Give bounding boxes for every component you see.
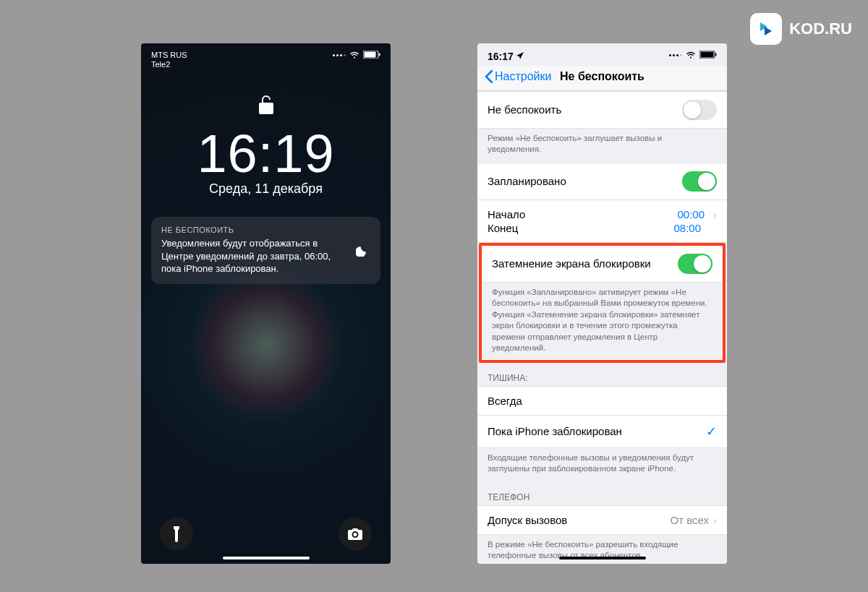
svg-rect-3 [365, 52, 376, 58]
cell-label: Не беспокоить [488, 103, 561, 116]
end-value: 08:00 [673, 222, 701, 234]
silence-note: Входящие телефонные вызовы и уведомления… [477, 448, 727, 482]
cell-silence-locked[interactable]: Пока iPhone заблокирован ✓ [477, 416, 727, 448]
phone-header: ТЕЛЕФОН [477, 482, 727, 505]
moon-icon [356, 242, 370, 259]
cell-label: Пока iPhone заблокирован [488, 425, 622, 437]
lock-date: Среда, 11 декабря [141, 181, 391, 197]
chevron-right-icon: › [713, 208, 717, 220]
carrier-secondary: Tele2 [151, 60, 187, 69]
checkmark-icon: ✓ [706, 424, 717, 439]
status-time: 16:17 [488, 51, 514, 63]
watermark: KOD.RU [750, 13, 852, 45]
cell-label: Всегда [488, 395, 522, 407]
back-button[interactable]: Настройки [485, 70, 551, 83]
silence-header: ТИШИНА: [477, 363, 727, 386]
nav-bar: Настройки Не беспокоить [477, 66, 727, 91]
status-bar: MTS RUS Tele2 [141, 43, 391, 72]
cell-schedule-times[interactable]: Начало 00:00 › Конец 08:00 [477, 200, 727, 243]
start-value: 00:00 [677, 208, 705, 220]
status-bar: 16:17 [477, 43, 727, 66]
cell-scheduled[interactable]: Запланировано [477, 163, 727, 200]
chevron-left-icon [485, 70, 493, 83]
cell-dim-lock[interactable]: Затемнение экрана блокировки [482, 246, 723, 283]
lock-time: 16:19 [141, 123, 391, 184]
cell-dnd[interactable]: Не беспокоить [477, 91, 727, 129]
notification-title: НЕ БЕСПОКОИТЬ [161, 226, 347, 234]
settings-list[interactable]: Не беспокоить Режим «Не беспокоить» загл… [477, 91, 727, 564]
svg-rect-6 [701, 52, 714, 58]
svg-rect-4 [379, 53, 380, 56]
cell-label: Запланировано [488, 175, 566, 187]
dnd-toggle[interactable] [682, 100, 717, 120]
lockscreen-phone: MTS RUS Tele2 16:19 Среда, 11 декабря НЕ… [141, 43, 391, 564]
cell-silence-always[interactable]: Всегда [477, 386, 727, 416]
wallpaper-glow-inner [205, 284, 328, 407]
back-label: Настройки [495, 70, 551, 83]
wifi-icon [686, 51, 696, 60]
flashlight-button[interactable] [160, 518, 193, 551]
battery-icon [363, 51, 380, 60]
dim-note: Функция «Запланировано» активирует режим… [482, 283, 723, 360]
camera-icon [348, 528, 362, 540]
home-indicator[interactable] [559, 557, 646, 559]
cell-allow-calls[interactable]: Допуск вызовов От всех › [477, 505, 727, 535]
carrier-primary: MTS RUS [151, 51, 187, 60]
dnd-note: Режим «Не беспокоить» заглушает вызовы и… [477, 129, 727, 163]
battery-icon [699, 51, 717, 60]
carrier-block: MTS RUS Tele2 [151, 51, 187, 69]
signal-icon [333, 54, 346, 56]
start-label: Начало [488, 208, 525, 220]
camera-button[interactable] [339, 518, 372, 551]
dim-toggle[interactable] [678, 254, 712, 274]
unlock-icon [258, 94, 275, 119]
location-icon [516, 52, 524, 61]
kod-logo-icon [750, 13, 782, 45]
watermark-text: KOD.RU [789, 20, 852, 38]
end-label: Конец [488, 222, 518, 234]
cell-label: Допуск вызовов [488, 514, 567, 526]
flashlight-icon [171, 526, 182, 542]
wifi-icon [349, 51, 359, 60]
cell-label: Затемнение экрана блокировки [492, 257, 651, 270]
svg-marker-1 [765, 27, 772, 35]
allow-value: От всех [670, 514, 709, 526]
dnd-notification[interactable]: НЕ БЕСПОКОИТЬ Уведомления будут отобража… [151, 217, 380, 284]
chevron-right-icon: › [713, 514, 717, 526]
scheduled-toggle[interactable] [682, 171, 717, 192]
highlight-box: Затемнение экрана блокировки Функция «За… [479, 243, 726, 363]
settings-phone: 16:17 Настройки Не беспокоить Не беспоко… [477, 43, 727, 564]
signal-icon [669, 54, 682, 56]
home-indicator[interactable] [223, 557, 310, 559]
notification-body: Уведомления будут отображаться в Центре … [161, 237, 347, 275]
svg-rect-7 [715, 53, 717, 56]
